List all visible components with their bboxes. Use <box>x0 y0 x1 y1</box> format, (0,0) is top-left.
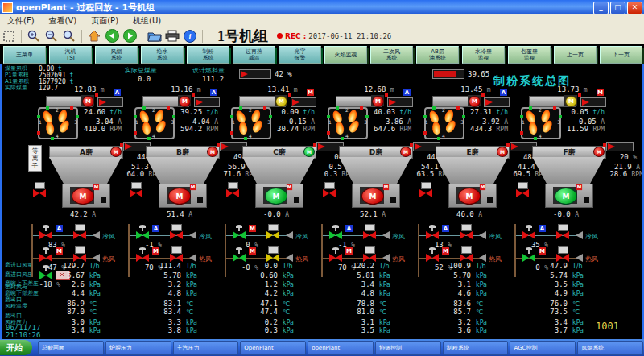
table-row: 87.0℃ <box>27 308 122 316</box>
table-unit: kPa <box>572 272 584 279</box>
mill-column-C磨: 42 % 13.41 m M M 0.09 t/h 0.15 A 30.74 R… <box>220 64 316 339</box>
mill-column-B磨: 13.16 m M A 39.25 t/h 4.04 A 594.2 RPM 2… <box>123 64 220 339</box>
table-unit: ℃ <box>283 300 290 308</box>
select-marquee-icon[interactable] <box>2 30 16 43</box>
task-button-4[interactable]: openPlant <box>308 341 374 355</box>
nav-button-13[interactable]: 下一页 <box>600 46 642 64</box>
zoom-in-icon[interactable] <box>27 30 41 43</box>
table-unit: T/h <box>379 263 390 270</box>
taskbar: 开始 总貌画面炉膛压力主汽压力OpenPlantopenPlant协调控制制粉系… <box>0 339 644 356</box>
nav-button-1[interactable]: 汽机TSI <box>49 46 92 64</box>
table-row: 5.67kPa <box>27 271 122 279</box>
menu-bar: 文件(F) 查看(V) 页面(P) 机组(U) <box>0 14 644 28</box>
home-icon[interactable] <box>87 30 101 43</box>
table-value: 2.6 <box>27 280 85 288</box>
table-unit: ℃ <box>379 308 386 316</box>
nav-button-11[interactable]: 包覆壁监视 <box>508 46 551 64</box>
table-unit: kPa <box>89 319 101 326</box>
mill-parameter-table: 100.9T/h5.70kPa3.1kPa4.6kPa83.6℃85.7℃3.2… <box>413 64 510 339</box>
task-button-8[interactable]: 风烟系统 <box>577 341 643 355</box>
table-value: 4.8 <box>316 289 374 297</box>
table-value: 5.74 <box>510 271 568 279</box>
task-button-0[interactable]: 总貌画面 <box>38 341 104 355</box>
nav-button-9[interactable]: AB层油系统 <box>416 46 459 64</box>
task-button-2[interactable]: 主汽压力 <box>173 341 239 355</box>
table-value: 100.9 <box>413 262 471 270</box>
task-button-3[interactable]: OpenPlant <box>240 341 306 355</box>
table-unit: ℃ <box>283 308 290 316</box>
table-value: 76.0 <box>510 300 568 308</box>
table-unit: kPa <box>572 327 584 334</box>
menu-page[interactable]: 页面(P) <box>84 15 126 27</box>
table-unit: kPa <box>283 290 294 297</box>
table-value: 3.3 <box>123 318 181 326</box>
table-unit: ℃ <box>379 300 386 308</box>
table-value: 4.2 <box>220 289 278 297</box>
task-button-6[interactable]: 制粉系统 <box>443 341 509 355</box>
close-button[interactable]: ✕ <box>627 2 642 14</box>
nav-button-4[interactable]: 制粉系统 <box>187 46 229 64</box>
side-percent-value: 20 % <box>605 154 637 161</box>
maximize-button[interactable]: □ <box>610 2 625 14</box>
info-icon[interactable]: i <box>183 30 197 43</box>
table-unit: ℃ <box>89 308 97 316</box>
nav-button-8[interactable]: 二次风系统 <box>370 46 413 64</box>
table-unit: kPa <box>476 319 487 326</box>
mill-column-F磨: 13.73 m M M 0.05 t/h 0.05 A 11.59 RPM 2 … <box>510 64 606 339</box>
table-unit: kPa <box>89 281 101 288</box>
table-unit: kPa <box>476 290 487 297</box>
nav-button-10[interactable]: 水冷壁监视 <box>462 46 505 64</box>
task-button-1[interactable]: 炉膛压力 <box>105 341 171 355</box>
table-row: 73.5℃ <box>510 308 605 316</box>
table-value: 87.0 <box>27 308 85 316</box>
table-row: 83.6℃ <box>413 300 508 308</box>
table-value: 83.4 <box>123 308 181 316</box>
open-folder-icon[interactable] <box>147 30 162 43</box>
task-button-5[interactable]: 协调控制 <box>375 341 441 355</box>
table-row: 111.4T/h <box>123 262 218 270</box>
nav-button-0[interactable]: 主菜单 <box>3 46 46 64</box>
table-unit: kPa <box>572 290 584 297</box>
table-value: 5.70 <box>413 271 471 279</box>
table-value: 3.7 <box>510 326 568 334</box>
menu-unit[interactable]: 机组(U) <box>126 15 168 27</box>
window-title: openPlant - 过程回放 - 1号机组 <box>16 2 155 14</box>
print-icon[interactable] <box>165 30 180 43</box>
nav-button-2[interactable]: 风烟系统 <box>95 46 138 64</box>
table-value: 0.3 <box>220 326 278 334</box>
nav-button-3[interactable]: 给水系统 <box>141 46 184 64</box>
rec-label: REC <box>285 32 301 40</box>
nav-button-5[interactable]: 过再热减温 <box>233 46 275 64</box>
table-row: 5.70kPa <box>413 271 508 279</box>
forward-icon[interactable] <box>122 30 137 43</box>
nav-button-6[interactable]: 光字报警 <box>279 46 321 64</box>
zoom-out-icon[interactable] <box>44 30 59 43</box>
table-unit: kPa <box>572 281 584 288</box>
table-value: 3.5 <box>510 280 568 288</box>
task-button-7[interactable]: AGC控制 <box>510 341 576 355</box>
zoom-reset-icon[interactable] <box>62 30 76 43</box>
table-row: 3.4kPa <box>27 326 122 334</box>
table-unit: kPa <box>186 290 197 297</box>
start-button[interactable]: 开始 <box>0 340 32 355</box>
table-unit: kPa <box>283 272 294 279</box>
title-bar[interactable]: openPlant - 过程回放 - 1号机组 _ □ ✕ <box>0 0 644 14</box>
minimize-button[interactable]: _ <box>593 2 609 14</box>
table-unit: kPa <box>89 290 101 297</box>
nav-button-12[interactable]: 上一页 <box>554 46 597 64</box>
table-unit: kPa <box>186 281 197 288</box>
unit-title: 1号机组 <box>217 27 268 46</box>
table-value: 3.4 <box>316 280 374 288</box>
table-row: 4.8kPa <box>123 289 218 297</box>
table-value: 1.2 <box>220 280 278 288</box>
mill-parameter-table: 47.9T/h5.74kPa3.5kPa4.9kPa76.0℃73.5℃3.4k… <box>510 64 606 339</box>
table-row: 81.0℃ <box>316 308 411 316</box>
table-value: 0.2 <box>220 318 278 326</box>
menu-file[interactable]: 文件(F) <box>0 15 42 27</box>
table-row: 3.8kPa <box>123 326 218 334</box>
nav-button-7[interactable]: 火焰监视 <box>324 46 367 64</box>
back-icon[interactable] <box>105 30 119 43</box>
loading-gauge <box>606 142 634 151</box>
menu-view[interactable]: 查看(V) <box>42 15 85 27</box>
table-row: 3.3kPa <box>123 318 218 326</box>
